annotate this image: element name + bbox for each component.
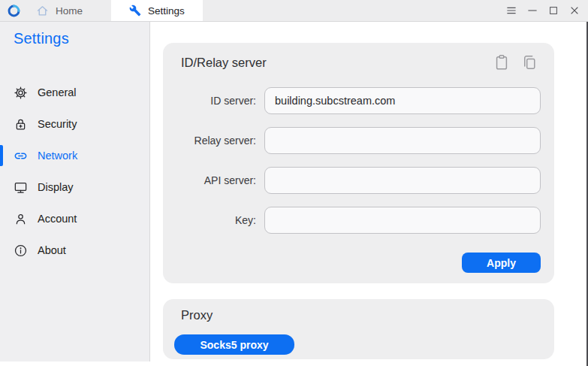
api-server-input[interactable]	[264, 167, 541, 194]
proxy-card: Proxy Socks5 proxy	[163, 299, 554, 359]
close-button[interactable]	[564, 0, 585, 21]
gear-icon	[14, 86, 28, 100]
id-server-row: ID server:	[163, 87, 541, 114]
relay-server-label: Relay server:	[163, 135, 264, 147]
lock-icon	[14, 117, 28, 132]
sidebar-item-account[interactable]: Account	[0, 203, 149, 234]
sidebar-item-label: Network	[38, 150, 77, 162]
monitor-icon	[14, 180, 28, 195]
tab-home-label: Home	[56, 5, 83, 17]
sidebar-menu: General Security Network	[0, 77, 149, 266]
sidebar-item-network[interactable]: Network	[0, 140, 149, 171]
relay-server-input[interactable]	[264, 127, 541, 154]
active-indicator	[0, 145, 3, 166]
sidebar-item-about[interactable]: About	[0, 234, 149, 266]
home-icon	[36, 5, 49, 17]
tab-home[interactable]: Home	[20, 0, 105, 21]
minimize-icon	[526, 5, 538, 17]
titlebar: Home Settings	[0, 0, 588, 22]
sidebar-item-display[interactable]: Display	[0, 171, 149, 203]
person-icon	[14, 212, 28, 226]
socks5-proxy-button[interactable]: Socks5 proxy	[174, 334, 294, 355]
link-icon	[14, 149, 28, 163]
app-logo	[0, 0, 20, 21]
copy-button[interactable]	[521, 53, 538, 71]
key-input[interactable]	[264, 207, 541, 234]
sidebar-item-security[interactable]: Security	[0, 108, 149, 140]
key-row: Key:	[163, 207, 541, 234]
info-icon	[14, 243, 28, 258]
id-server-input[interactable]	[264, 87, 541, 114]
hamburger-icon	[505, 5, 517, 17]
key-label: Key:	[163, 214, 264, 226]
api-server-row: API server:	[163, 167, 541, 194]
window-controls	[501, 0, 588, 21]
sidebar-item-label: Account	[38, 213, 77, 225]
id-server-label: ID server:	[163, 95, 264, 107]
sidebar-item-label: General	[38, 86, 77, 98]
card-title: ID/Relay server	[181, 56, 493, 70]
sidebar-title: Settings	[0, 22, 149, 47]
tab-settings-label: Settings	[148, 5, 185, 17]
sidebar-item-general[interactable]: General	[0, 77, 149, 108]
settings-sidebar: Settings General Security	[0, 22, 150, 361]
rustdesk-logo-icon	[8, 5, 20, 17]
sidebar-item-label: Security	[38, 118, 77, 130]
sidebar-item-label: Display	[38, 181, 74, 193]
clipboard-icon	[493, 53, 510, 71]
relay-server-row: Relay server:	[163, 127, 541, 154]
paste-button[interactable]	[493, 53, 510, 71]
menu-button[interactable]	[501, 0, 522, 21]
apply-button[interactable]: Apply	[462, 253, 541, 273]
api-server-label: API server:	[163, 174, 264, 186]
close-icon	[568, 5, 580, 17]
wrench-icon	[129, 5, 141, 17]
maximize-button[interactable]	[543, 0, 564, 21]
minimize-button[interactable]	[522, 0, 543, 21]
id-relay-server-card: ID/Relay server ID server: Relay server:	[163, 43, 554, 283]
copy-icon	[521, 53, 538, 71]
sidebar-item-label: About	[38, 244, 66, 256]
maximize-icon	[547, 5, 559, 17]
proxy-title: Proxy	[163, 299, 554, 322]
tab-settings[interactable]: Settings	[111, 0, 203, 21]
